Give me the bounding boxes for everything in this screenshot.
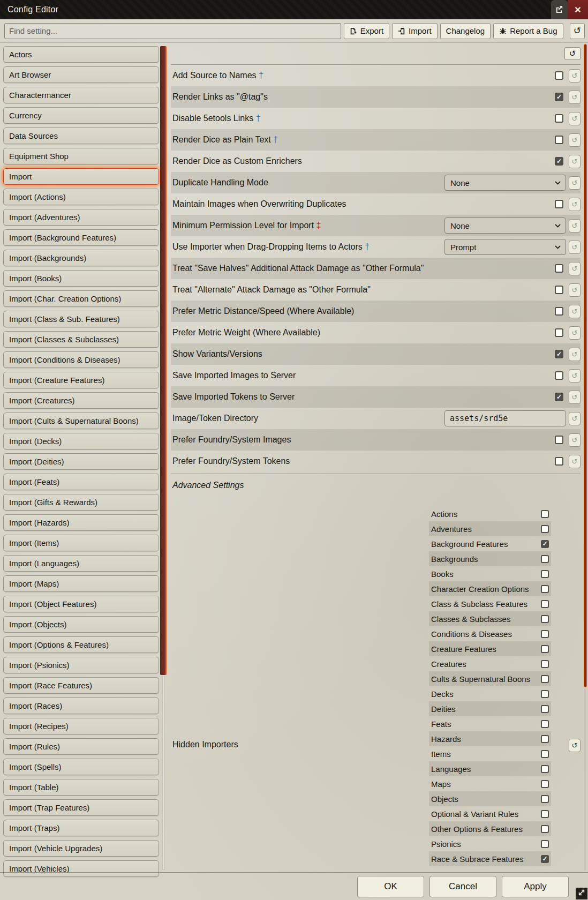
checkbox[interactable] bbox=[541, 840, 549, 848]
sidebar-item-import[interactable]: Import bbox=[3, 168, 159, 185]
checkbox[interactable] bbox=[541, 855, 549, 863]
sidebar-item-import-race-features[interactable]: Import (Race Features) bbox=[3, 677, 159, 694]
checkbox[interactable] bbox=[541, 540, 549, 548]
checkbox[interactable] bbox=[541, 690, 549, 698]
checkbox[interactable] bbox=[541, 615, 549, 623]
sidebar-item-import-traps[interactable]: Import (Traps) bbox=[3, 820, 159, 836]
setting-select[interactable]: None bbox=[444, 218, 566, 234]
row-reset-button[interactable]: ↺ bbox=[569, 176, 581, 190]
row-reset-button[interactable]: ↺ bbox=[569, 455, 581, 468]
checkbox[interactable] bbox=[555, 393, 563, 401]
sidebar-item-import-vehicle-upgrades[interactable]: Import (Vehicle Upgrades) bbox=[3, 840, 159, 857]
row-reset-button[interactable]: ↺ bbox=[569, 198, 581, 211]
checkbox[interactable] bbox=[555, 157, 563, 166]
row-reset-button[interactable]: ↺ bbox=[569, 433, 581, 447]
checkbox[interactable] bbox=[541, 645, 549, 653]
row-reset-button[interactable]: ↺ bbox=[569, 326, 581, 340]
checkbox[interactable] bbox=[555, 328, 563, 337]
checkbox[interactable] bbox=[555, 457, 563, 466]
row-reset-button[interactable]: ↺ bbox=[569, 69, 581, 82]
ok-button[interactable]: OK bbox=[357, 876, 424, 897]
setting-select[interactable]: None bbox=[444, 175, 566, 191]
sidebar-item-import-classes-subclasses[interactable]: Import (Classes & Subclasses) bbox=[3, 331, 159, 348]
checkbox[interactable] bbox=[541, 810, 549, 818]
sidebar-item-data-sources[interactable]: Data Sources bbox=[3, 128, 159, 144]
sidebar-item-currency[interactable]: Currency bbox=[3, 107, 159, 124]
checkbox[interactable] bbox=[541, 795, 549, 803]
checkbox[interactable] bbox=[555, 114, 563, 123]
sidebar-item-import-adventures[interactable]: Import (Adventures) bbox=[3, 209, 159, 226]
reset-all-button[interactable]: ↺ bbox=[564, 47, 581, 60]
row-reset-button[interactable]: ↺ bbox=[569, 219, 581, 232]
sidebar-item-import-actions[interactable]: Import (Actions) bbox=[3, 189, 159, 205]
sidebar-item-import-objects[interactable]: Import (Objects) bbox=[3, 616, 159, 633]
row-reset-button[interactable]: ↺ bbox=[569, 412, 581, 425]
sidebar-item-import-cults-supernatural-boons[interactable]: Import (Cults & Supernatural Boons) bbox=[3, 412, 159, 429]
checkbox[interactable] bbox=[541, 555, 549, 563]
checkbox[interactable] bbox=[541, 825, 549, 833]
popout-button[interactable] bbox=[551, 0, 568, 19]
row-reset-button[interactable]: ↺ bbox=[569, 91, 581, 104]
checkbox[interactable] bbox=[541, 585, 549, 593]
checkbox[interactable] bbox=[555, 200, 563, 208]
import-button[interactable]: Import bbox=[392, 23, 438, 39]
sidebar-item-import-spells[interactable]: Import (Spells) bbox=[3, 759, 159, 775]
checkbox[interactable] bbox=[555, 436, 563, 444]
checkbox[interactable] bbox=[555, 286, 563, 294]
sidebar-item-import-languages[interactable]: Import (Languages) bbox=[3, 555, 159, 572]
toolbar-reset-button[interactable]: ↺ bbox=[570, 23, 585, 39]
setting-select[interactable]: Prompt bbox=[444, 239, 566, 255]
checkbox[interactable] bbox=[541, 765, 549, 773]
row-reset-button[interactable]: ↺ bbox=[569, 112, 581, 125]
sidebar-item-import-decks[interactable]: Import (Decks) bbox=[3, 433, 159, 449]
setting-text-input[interactable] bbox=[444, 410, 566, 426]
row-reset-button[interactable]: ↺ bbox=[569, 133, 581, 147]
main-scrollbar-thumb[interactable] bbox=[584, 44, 587, 687]
sidebar-item-import-conditions-diseases[interactable]: Import (Conditions & Diseases) bbox=[3, 351, 159, 368]
checkbox[interactable] bbox=[555, 71, 563, 80]
sidebar-item-import-table[interactable]: Import (Table) bbox=[3, 779, 159, 796]
checkbox[interactable] bbox=[541, 600, 549, 608]
sidebar-item-import-maps[interactable]: Import (Maps) bbox=[3, 575, 159, 592]
sidebar-item-import-object-features[interactable]: Import (Object Features) bbox=[3, 596, 159, 612]
export-button[interactable]: Export bbox=[344, 23, 389, 39]
hidden-importers-reset-button[interactable]: ↺ bbox=[569, 739, 581, 752]
sidebar-item-actors[interactable]: Actors bbox=[3, 46, 159, 63]
checkbox[interactable] bbox=[541, 510, 549, 518]
sidebar-item-import-races[interactable]: Import (Races) bbox=[3, 698, 159, 714]
sidebar-item-import-background-features[interactable]: Import (Background Features) bbox=[3, 229, 159, 246]
sidebar-item-import-rules[interactable]: Import (Rules) bbox=[3, 738, 159, 755]
checkbox[interactable] bbox=[555, 307, 563, 316]
sidebar-item-import-creature-features[interactable]: Import (Creature Features) bbox=[3, 372, 159, 388]
report-a-bug-button[interactable]: Report a Bug bbox=[493, 23, 563, 39]
sidebar-item-import-creatures[interactable]: Import (Creatures) bbox=[3, 392, 159, 409]
row-reset-button[interactable]: ↺ bbox=[569, 241, 581, 254]
checkbox[interactable] bbox=[541, 570, 549, 578]
sidebar-item-import-class-sub-features[interactable]: Import (Class & Sub. Features) bbox=[3, 311, 159, 327]
sidebar-item-import-hazards[interactable]: Import (Hazards) bbox=[3, 514, 159, 531]
sidebar-item-import-trap-features[interactable]: Import (Trap Features) bbox=[3, 799, 159, 816]
checkbox[interactable] bbox=[541, 705, 549, 713]
changelog-button[interactable]: Changelog bbox=[440, 23, 491, 39]
sidebar-item-charactermancer[interactable]: Charactermancer bbox=[3, 87, 159, 103]
sidebar-item-import-books[interactable]: Import (Books) bbox=[3, 270, 159, 287]
sidebar-item-import-items[interactable]: Import (Items) bbox=[3, 535, 159, 551]
row-reset-button[interactable]: ↺ bbox=[569, 348, 581, 361]
row-reset-button[interactable]: ↺ bbox=[569, 262, 581, 275]
checkbox[interactable] bbox=[555, 136, 563, 144]
checkbox[interactable] bbox=[541, 675, 549, 683]
checkbox[interactable] bbox=[541, 780, 549, 788]
row-reset-button[interactable]: ↺ bbox=[569, 391, 581, 404]
close-button[interactable]: ✕ bbox=[568, 0, 588, 19]
sidebar-item-import-recipes[interactable]: Import (Recipes) bbox=[3, 718, 159, 734]
sidebar-item-equipment-shop[interactable]: Equipment Shop bbox=[3, 148, 159, 164]
sidebar-item-import-deities[interactable]: Import (Deities) bbox=[3, 453, 159, 470]
checkbox[interactable] bbox=[555, 371, 563, 380]
sidebar-item-import-gifts-rewards[interactable]: Import (Gifts & Rewards) bbox=[3, 494, 159, 511]
row-reset-button[interactable]: ↺ bbox=[569, 369, 581, 382]
checkbox[interactable] bbox=[541, 720, 549, 728]
apply-button[interactable]: Apply bbox=[502, 876, 569, 897]
sidebar-item-import-feats[interactable]: Import (Feats) bbox=[3, 474, 159, 490]
checkbox[interactable] bbox=[555, 350, 563, 358]
cancel-button[interactable]: Cancel bbox=[429, 876, 496, 897]
